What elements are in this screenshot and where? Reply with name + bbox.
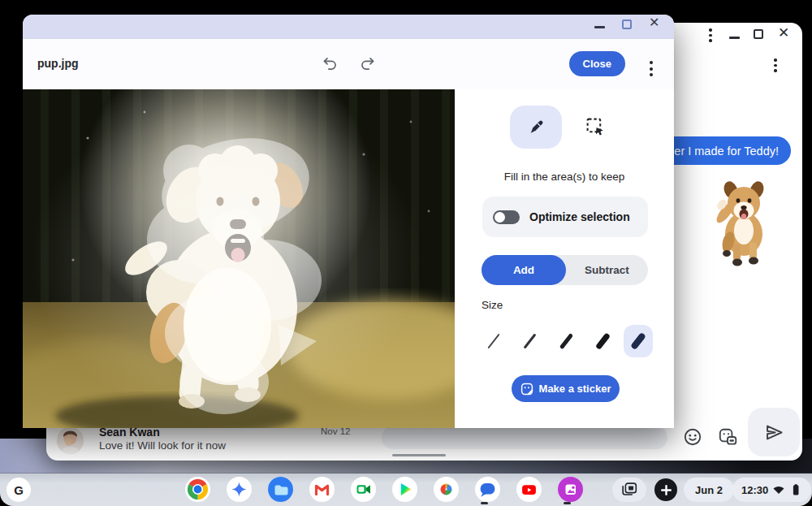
photos-icon[interactable]: [434, 477, 459, 502]
brush-size-1[interactable]: [479, 325, 508, 357]
brush-size-row: [455, 323, 674, 361]
sticker-icon: [520, 383, 533, 396]
emoji-icon[interactable]: [682, 426, 703, 448]
maximize-icon[interactable]: [754, 29, 763, 39]
close-icon[interactable]: ✕: [649, 15, 659, 30]
gallery-icon[interactable]: [558, 477, 583, 502]
messages-running-indicator: [481, 502, 488, 504]
play-store-icon[interactable]: [392, 477, 417, 502]
message-text: er I made for Teddy!: [674, 145, 779, 158]
mode-segmented-control: Add Subtract: [482, 255, 648, 285]
launcher-button[interactable]: G: [6, 478, 31, 502]
filename-label: pup.jpg: [37, 57, 79, 70]
maximize-icon[interactable]: [622, 19, 632, 29]
wifi-icon: [772, 483, 785, 496]
panel-instruction: Fill in the area(s) to keep: [455, 171, 674, 183]
select-tool-button[interactable]: [583, 115, 607, 139]
screen-capture-button[interactable]: [612, 478, 646, 502]
optimize-selection-card: Optimize selection: [482, 197, 648, 237]
brush-size-5-selected[interactable]: [624, 325, 653, 357]
editor-menu-icon[interactable]: [650, 61, 653, 76]
gmail-icon[interactable]: [309, 477, 335, 502]
message-preview: Love it! Will look for it now: [99, 439, 226, 452]
minimize-icon[interactable]: [729, 37, 740, 39]
status-tray[interactable]: 12:30: [732, 478, 811, 502]
send-icon: [763, 422, 785, 443]
window-stack-icon: [620, 480, 639, 500]
shelf-date[interactable]: Jun 2: [684, 478, 734, 502]
meet-icon[interactable]: [351, 477, 376, 502]
message-input[interactable]: [382, 426, 667, 449]
new-item-button[interactable]: [654, 478, 677, 501]
image-editor-window: ✕ pup.jpg Close: [23, 15, 674, 428]
size-label: Size: [482, 299, 503, 311]
sticker-tool-panel: Fill in the area(s) to keep Optimize sel…: [455, 89, 674, 428]
messages-icon[interactable]: [475, 477, 500, 502]
subtract-mode-button[interactable]: Subtract: [566, 255, 648, 285]
make-sticker-label: Make a sticker: [539, 383, 611, 395]
chrome-icon[interactable]: [185, 477, 210, 502]
plus-icon: [661, 485, 672, 495]
sticker-gallery-icon[interactable]: [717, 426, 738, 448]
editor-canvas[interactable]: [23, 89, 455, 428]
window-menu-icon[interactable]: [709, 28, 712, 42]
avatar: [57, 427, 84, 454]
youtube-icon[interactable]: [516, 477, 542, 502]
gemini-icon[interactable]: [227, 477, 252, 502]
optimize-toggle[interactable]: [493, 210, 520, 224]
battery-icon: [789, 483, 802, 496]
files-icon[interactable]: [268, 477, 293, 502]
brush-size-3[interactable]: [551, 325, 581, 357]
brush-tool-button[interactable]: [510, 106, 562, 149]
brush-size-4[interactable]: [588, 325, 617, 357]
sent-message-bubble: er I made for Teddy!: [656, 136, 791, 165]
gallery-running-indicator: [564, 502, 571, 504]
editor-titlebar[interactable]: ✕: [23, 15, 674, 39]
conversation-menu-icon[interactable]: [774, 58, 777, 72]
pen-icon: [526, 117, 546, 137]
conversation-list-item[interactable]: Sean Kwan Love it! Will look for it now …: [46, 422, 387, 461]
send-button[interactable]: [748, 408, 800, 456]
chromeos-screen: ✕ er I made for Teddy!: [0, 0, 812, 506]
close-editor-button[interactable]: Close: [569, 51, 625, 76]
compose-divider: [392, 454, 446, 456]
dog-sticker-image[interactable]: [706, 177, 782, 271]
undo-icon[interactable]: [322, 55, 339, 76]
shelf: G: [0, 474, 812, 506]
add-mode-button[interactable]: Add: [482, 255, 566, 285]
shelf-apps: [185, 477, 583, 502]
close-icon[interactable]: ✕: [778, 24, 789, 41]
marquee-select-icon: [585, 116, 607, 138]
minimize-icon[interactable]: [594, 26, 605, 28]
time-label: 12:30: [741, 484, 768, 496]
make-sticker-button[interactable]: Make a sticker: [512, 375, 620, 402]
date-label: Jun 2: [695, 484, 723, 496]
redo-icon[interactable]: [359, 55, 376, 76]
editor-toolbar: pup.jpg Close: [23, 39, 674, 89]
optimize-label: Optimize selection: [529, 210, 630, 223]
brush-size-2[interactable]: [515, 325, 544, 357]
